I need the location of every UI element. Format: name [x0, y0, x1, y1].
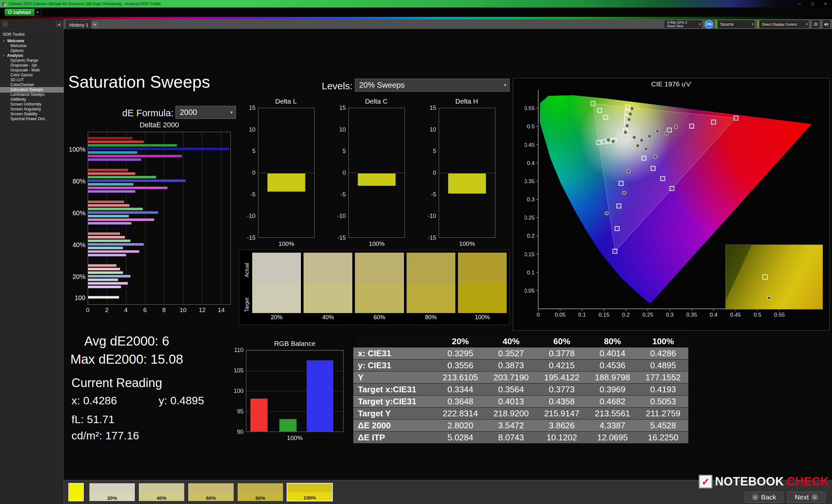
- de-bar: [88, 282, 128, 285]
- close-button[interactable]: ×: [819, 0, 832, 7]
- settings-button[interactable]: ⚙: [811, 20, 820, 29]
- sidebar-item-luminance-sweeps[interactable]: Luminance Sweeps: [0, 92, 63, 97]
- speaker-icon: [824, 22, 829, 27]
- x-tick-label: 0.05: [555, 312, 566, 318]
- sidebar-item-analysis[interactable]: ▾Analysis: [0, 53, 63, 58]
- minimize-button[interactable]: –: [793, 0, 806, 7]
- y-axis-labels: 1101051009590: [229, 350, 243, 432]
- deltae-x-axis: 02468101214: [88, 307, 231, 315]
- y-tick-label: -10: [247, 213, 256, 220]
- de-group-40: 40%: [88, 232, 230, 258]
- next-button-label: Next: [795, 493, 809, 501]
- sidebar-item-screen-angularity[interactable]: Screen Angularity: [0, 107, 63, 112]
- sidebar-collapse-button[interactable]: ◀: [56, 22, 62, 27]
- de-formula-dropdown[interactable]: 2000 ▾: [176, 106, 236, 119]
- levels-dropdown[interactable]: 20% Sweeps ▾: [355, 79, 510, 91]
- sidebar-item-grayscale-multi[interactable]: Grayscale - Multi: [0, 68, 63, 73]
- tree-expander-icon[interactable]: ▾: [3, 53, 7, 58]
- de-bar: [88, 218, 154, 221]
- menubar: calman ▾: [0, 7, 832, 17]
- table-cell: 0.3556: [435, 360, 486, 371]
- back-button[interactable]: « Back: [745, 492, 783, 503]
- delta-l-plot-area: [258, 108, 315, 238]
- y-tick-label: 0: [433, 169, 436, 176]
- table-cell: 0.4682: [587, 395, 638, 408]
- maximize-button[interactable]: □: [806, 0, 819, 7]
- audio-button[interactable]: [822, 20, 831, 29]
- table-cell: 0.3778: [537, 347, 587, 360]
- tree-expander-icon[interactable]: ▾: [3, 39, 7, 44]
- next-button[interactable]: Next »: [787, 492, 826, 503]
- thumbnail-actual-half: [188, 483, 234, 492]
- pattern-thumbnail-80[interactable]: 80%: [237, 483, 283, 501]
- y-tick-label: 5: [433, 148, 436, 155]
- sidebar-item-welcome[interactable]: Welcome: [0, 44, 63, 48]
- pattern-thumbnail-100[interactable]: 100%: [287, 483, 333, 501]
- cie-measurement-dot: [674, 125, 678, 129]
- column-header: 100%: [638, 335, 689, 347]
- pattern-thumbnail-60[interactable]: 60%: [188, 483, 234, 501]
- current-pattern-swatch[interactable]: [68, 483, 84, 501]
- cie-target-marker: [615, 226, 619, 230]
- cie-measurement-dot: [648, 135, 651, 138]
- y-tick-label: 10: [249, 126, 256, 133]
- sidebar-item-spectral-power-dist[interactable]: Spectral Power Dist.: [0, 117, 63, 121]
- meter-name: X-Rite i1Pro 2: [667, 21, 687, 24]
- row-label: Target y:CIE31: [353, 395, 435, 408]
- sidebar-item-3d-lut[interactable]: 3D LUT: [0, 78, 63, 83]
- table-cell: 0.3969: [587, 384, 638, 395]
- rgb-balance-plot-area: [246, 350, 343, 432]
- add-tab-button[interactable]: +: [91, 21, 99, 29]
- sidebar-item-screen-uniformity[interactable]: Screen Uniformity: [0, 102, 63, 107]
- x-tick-label: 0.35: [686, 312, 697, 318]
- sidebar-item-color-gamut[interactable]: Color Gamut: [0, 73, 63, 78]
- pattern-thumbnail-20[interactable]: 20%: [89, 483, 135, 501]
- calman-app-window: Calman 2025 Calman Ultimate for Business…: [0, 0, 832, 504]
- display-control-dropdown[interactable]: Direct Display Control ▾: [757, 20, 809, 29]
- display-control-label: Direct Display Control: [762, 22, 797, 26]
- pin-icon[interactable]: ⊙: [2, 22, 8, 27]
- chart-title: Delta L: [257, 97, 315, 105]
- sidebar-item-dynamic-range[interactable]: Dynamic Range: [0, 58, 63, 63]
- sidebar-item-grayscale-2pt[interactable]: Grayscale - 2pt: [0, 63, 63, 68]
- y-tick-label: 0.55: [524, 105, 535, 111]
- cie-measurement-dot: [654, 155, 657, 159]
- de-bar: [88, 254, 126, 256]
- sidebar-item-saturation-sweeps[interactable]: Saturation Sweeps: [0, 87, 63, 92]
- app-icon: [2, 2, 6, 6]
- target-row-label: Target: [242, 287, 252, 322]
- cie-target-marker: [619, 181, 623, 186]
- source-selector-dropdown[interactable]: Source ▾: [715, 20, 755, 29]
- cie-target-marker: [597, 108, 602, 112]
- sidebar-item-options[interactable]: Options: [0, 48, 63, 53]
- de-bar: [88, 176, 156, 178]
- sidebar-item-screen-stability[interactable]: Screen Stability: [0, 112, 63, 117]
- sidebar-item-colorchecker[interactable]: ColorChecker: [0, 83, 63, 87]
- column-header: 20%: [435, 335, 486, 347]
- table-cell: 213.6105: [435, 371, 486, 384]
- y-tick-label: 0.4: [527, 160, 535, 166]
- x-tick-label: 6: [143, 307, 147, 314]
- pattern-thumbnail-40[interactable]: 40%: [138, 483, 185, 501]
- sidebar-item-label: ColorChecker: [10, 83, 34, 87]
- cie-measurement-dot: [636, 144, 640, 147]
- app-icon-quadrant: [4, 2, 6, 4]
- meter-selector-dropdown[interactable]: X-Rite i1Pro 2 Direct View ▾: [664, 20, 702, 29]
- next-arrow-icon: »: [811, 494, 818, 500]
- sidebar-item-welcome[interactable]: ▾Welcome: [0, 39, 63, 44]
- row-label: ΔE ITP: [353, 431, 435, 444]
- y-tick-label: 15: [430, 105, 436, 111]
- y-tick-label: 95: [237, 408, 243, 415]
- swatch-pair-80: 80%: [407, 253, 455, 322]
- de-formula-label: dE Formula:: [122, 108, 174, 118]
- x-tick-label: 14: [218, 307, 225, 314]
- de-group-20: 20%: [88, 264, 230, 290]
- sidebar-item-additivity[interactable]: Additivity: [0, 97, 63, 102]
- chevron-down-icon[interactable]: ▾: [34, 9, 41, 16]
- sidebar-item-label: Dynamic Range: [10, 58, 38, 63]
- x-tick-label: 10: [180, 307, 186, 314]
- max-de2000: Max dE2000: 15.08: [58, 352, 195, 367]
- de-bar: [88, 264, 117, 267]
- calman-menu-button[interactable]: calman ▾: [4, 8, 41, 16]
- tab-history-1[interactable]: History 1: [66, 20, 92, 29]
